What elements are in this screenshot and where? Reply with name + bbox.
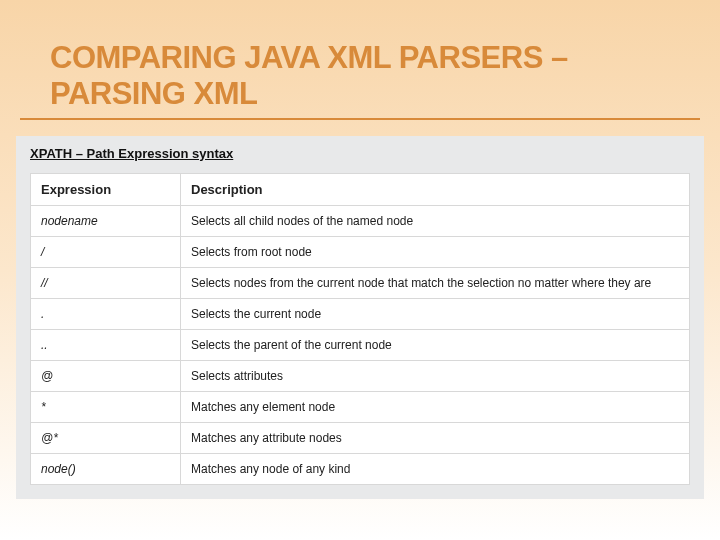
cell-expression: .	[31, 299, 181, 330]
xpath-table: Expression Description nodename Selects …	[30, 173, 690, 485]
cell-description: Selects all child nodes of the named nod…	[181, 206, 690, 237]
cell-expression: //	[31, 268, 181, 299]
section-subtitle: XPATH – Path Expression syntax	[30, 146, 690, 161]
table-row: * Matches any element node	[31, 392, 690, 423]
cell-description: Selects the parent of the current node	[181, 330, 690, 361]
table-row: .. Selects the parent of the current nod…	[31, 330, 690, 361]
table-row: @* Matches any attribute nodes	[31, 423, 690, 454]
cell-description: Matches any element node	[181, 392, 690, 423]
cell-description: Selects attributes	[181, 361, 690, 392]
cell-expression: /	[31, 237, 181, 268]
cell-expression: @	[31, 361, 181, 392]
table-row: nodename Selects all child nodes of the …	[31, 206, 690, 237]
cell-description: Matches any node of any kind	[181, 454, 690, 485]
cell-description: Selects nodes from the current node that…	[181, 268, 690, 299]
cell-description: Selects from root node	[181, 237, 690, 268]
cell-expression: nodename	[31, 206, 181, 237]
cell-expression: @*	[31, 423, 181, 454]
table-row: @ Selects attributes	[31, 361, 690, 392]
table-row: node() Matches any node of any kind	[31, 454, 690, 485]
cell-expression: ..	[31, 330, 181, 361]
cell-description: Matches any attribute nodes	[181, 423, 690, 454]
header-description: Description	[181, 174, 690, 206]
cell-expression: node()	[31, 454, 181, 485]
page-title: COMPARING JAVA XML PARSERS – PARSING XML	[20, 0, 700, 120]
header-expression: Expression	[31, 174, 181, 206]
content-panel: XPATH – Path Expression syntax Expressio…	[16, 136, 704, 499]
table-row: / Selects from root node	[31, 237, 690, 268]
cell-description: Selects the current node	[181, 299, 690, 330]
table-header-row: Expression Description	[31, 174, 690, 206]
table-row: . Selects the current node	[31, 299, 690, 330]
cell-expression: *	[31, 392, 181, 423]
table-row: // Selects nodes from the current node t…	[31, 268, 690, 299]
